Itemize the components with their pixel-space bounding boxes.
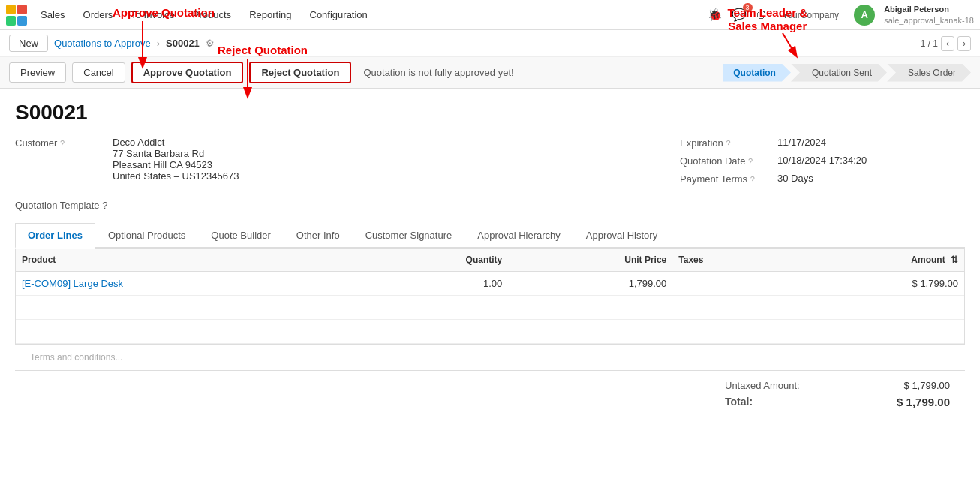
nav-products[interactable]: Products: [185, 6, 239, 23]
pipeline-step-quotation[interactable]: Quotation: [723, 64, 791, 82]
tab-quote-builder[interactable]: Quote Builder: [198, 223, 284, 249]
payment-terms-label: Payment Terms ?: [680, 173, 777, 185]
customer-address1: 77 Santa Barbara Rd: [113, 148, 239, 159]
next-button[interactable]: ›: [957, 36, 971, 51]
col-product: Product: [16, 249, 361, 272]
col-quantity: Quantity: [361, 249, 509, 272]
record-id: S00021: [166, 38, 200, 49]
row-product[interactable]: [E-COM09] Large Desk: [16, 272, 361, 296]
company-label: YourCompany: [777, 10, 846, 20]
quotation-date-help-icon[interactable]: ?: [748, 157, 753, 166]
totals-section: Untaxed Amount: $ 1,799.00 Total: $ 1,79…: [15, 370, 965, 422]
svg-rect-2: [6, 16, 16, 26]
untaxed-label: Untaxed Amount:: [725, 380, 800, 391]
new-button[interactable]: New: [9, 35, 48, 52]
action-bar: Preview Cancel Approve Quotation Reject …: [0, 57, 980, 89]
reject-quotation-button[interactable]: Reject Quotation: [249, 62, 351, 83]
svg-rect-3: [17, 16, 27, 26]
tab-order-lines[interactable]: Order Lines: [15, 223, 95, 249]
customer-help-icon[interactable]: ?: [60, 139, 65, 148]
main-scroll-area[interactable]: S00021 Customer ? Deco Addict 77 Santa B…: [0, 89, 980, 482]
col-settings-icon[interactable]: ⇅: [951, 255, 958, 265]
payment-terms-field-row: Payment Terms ? 30 Days: [680, 173, 965, 185]
user-info[interactable]: Abigail Peterson sale_approval_kanak-18: [884, 4, 974, 26]
status-message: Quotation is not fully approved yet!: [363, 67, 513, 78]
nav-sales[interactable]: Sales: [33, 6, 73, 23]
customer-address2: Pleasant Hill CA 94523: [113, 159, 239, 170]
nav-to-invoice[interactable]: To Invoice: [123, 6, 182, 23]
quotation-date-label: Quotation Date ?: [680, 155, 777, 167]
page-wrapper: Sales Orders To Invoice Products Reporti…: [0, 0, 980, 482]
table-empty-row1: [16, 296, 964, 320]
pipeline-step-sales-order[interactable]: Sales Order: [887, 64, 971, 82]
preview-button[interactable]: Preview: [9, 62, 66, 83]
breadcrumb-link[interactable]: Quotations to Approve: [54, 38, 151, 49]
main-content: S00021 Customer ? Deco Addict 77 Santa B…: [0, 89, 980, 434]
payment-terms-help-icon[interactable]: ?: [750, 175, 755, 184]
tab-optional-products[interactable]: Optional Products: [95, 223, 198, 249]
nav-reporting[interactable]: Reporting: [242, 6, 299, 23]
expiration-field-row: Expiration ? 11/17/2024: [680, 137, 965, 149]
prev-button[interactable]: ‹: [941, 36, 954, 51]
nav-orders[interactable]: Orders: [76, 6, 121, 23]
customer-address3: United States – US12345673: [113, 170, 239, 182]
approve-quotation-button[interactable]: Approve Quotation: [131, 62, 244, 83]
form-col-right: Expiration ? 11/17/2024 Quotation Date ?…: [680, 137, 965, 191]
col-taxes: Taxes: [672, 249, 784, 272]
pagination-label: 1 / 1: [921, 38, 938, 49]
untaxed-row: Untaxed Amount: $ 1,799.00: [725, 380, 950, 391]
quotation-date-field-row: Quotation Date ? 10/18/2024 17:34:20: [680, 155, 965, 167]
pipeline-steps: Quotation Quotation Sent Sales Order: [723, 64, 971, 82]
nav-icons: 🐞 💬 3 ⏱ YourCompany A Abigail Peterson s…: [708, 4, 974, 26]
table-row: [E-COM09] Large Desk 1.00 1,799.00 $ 1,7…: [16, 272, 964, 296]
expiration-value[interactable]: 11/17/2024: [777, 137, 826, 148]
table-empty-row2: [16, 320, 964, 344]
bug-icon[interactable]: 🐞: [708, 8, 723, 22]
tab-approval-history[interactable]: Approval History: [573, 223, 670, 249]
nav-configuration[interactable]: Configuration: [302, 6, 375, 23]
quotation-date-value: 10/18/2024 17:34:20: [777, 155, 867, 166]
col-unit-price: Unit Price: [508, 249, 672, 272]
tab-other-info[interactable]: Other Info: [284, 223, 353, 249]
template-row: Quotation Template ?: [15, 200, 965, 211]
form-row-customer: Customer ? Deco Addict 77 Santa Barbara …: [15, 137, 965, 191]
tab-content-area: Product Quantity Unit Price Taxes Amount…: [15, 249, 965, 345]
breadcrumb-separator: ›: [157, 38, 160, 49]
username: Abigail Peterson: [884, 4, 974, 14]
row-quantity: 1.00: [361, 272, 509, 296]
customer-label: Customer ?: [15, 137, 113, 149]
breadcrumb-bar: New Quotations to Approve › S00021 ⚙ 1 /…: [0, 30, 980, 57]
customer-name[interactable]: Deco Addict: [113, 137, 239, 148]
user-avatar[interactable]: A: [854, 5, 875, 26]
row-unit-price: 1,799.00: [508, 272, 672, 296]
expiration-help-icon[interactable]: ?: [726, 139, 730, 148]
svg-rect-0: [6, 5, 16, 14]
total-value: $ 1,799.00: [897, 396, 950, 408]
cancel-button[interactable]: Cancel: [72, 62, 125, 83]
payment-terms-value: 30 Days: [777, 173, 813, 184]
pipeline-step-sent[interactable]: Quotation Sent: [791, 64, 887, 82]
template-help-icon[interactable]: ?: [102, 200, 107, 211]
col-amount: Amount ⇅: [785, 249, 964, 272]
row-amount: $ 1,799.00: [785, 272, 964, 296]
total-row: Total: $ 1,799.00: [725, 396, 950, 408]
terms-placeholder: Terms and conditions...: [30, 352, 122, 363]
gear-icon[interactable]: ⚙: [206, 38, 215, 49]
app-logo[interactable]: [6, 5, 27, 26]
svg-rect-1: [17, 5, 27, 14]
clock-icon[interactable]: ⏱: [756, 8, 768, 22]
tabs-bar: Order Lines Optional Products Quote Buil…: [15, 223, 965, 249]
chat-icon[interactable]: 💬 3: [732, 8, 747, 22]
tab-customer-signature[interactable]: Customer Signature: [353, 223, 465, 249]
document-title: S00021: [15, 101, 965, 125]
order-table: Product Quantity Unit Price Taxes Amount…: [16, 249, 964, 344]
tab-approval-hierarchy[interactable]: Approval Hierarchy: [464, 223, 573, 249]
nav-arrows: 1 / 1 ‹ ›: [921, 36, 971, 51]
customer-value: Deco Addict 77 Santa Barbara Rd Pleasant…: [113, 137, 239, 182]
total-label: Total:: [725, 396, 753, 408]
chat-badge: 3: [743, 3, 753, 12]
terms-section[interactable]: Terms and conditions...: [15, 345, 965, 370]
expiration-label: Expiration ?: [680, 137, 777, 149]
top-nav: Sales Orders To Invoice Products Reporti…: [0, 0, 980, 30]
form-col-left: Customer ? Deco Addict 77 Santa Barbara …: [15, 137, 650, 191]
